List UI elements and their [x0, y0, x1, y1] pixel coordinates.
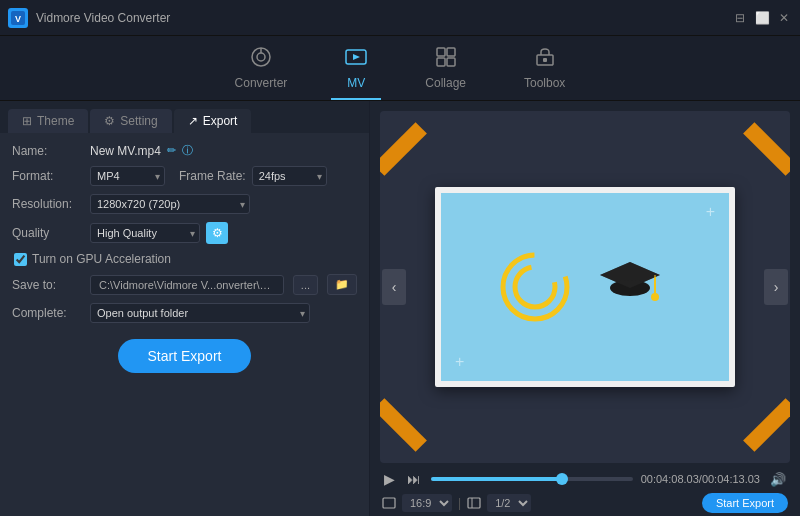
save-to-label: Save to: [12, 278, 84, 292]
export-icon: ↗ [188, 114, 198, 128]
close-button[interactable]: ✕ [776, 10, 792, 26]
edit-icon[interactable]: ✏ [167, 144, 176, 157]
resolution-select-wrapper: 1280x720 (720p) 1920x1080 (1080p) [90, 194, 250, 214]
right-panel: ‹ + + [370, 101, 800, 516]
page-icon [467, 496, 481, 510]
page-select[interactable]: 1/2 2/2 [487, 494, 531, 512]
sub-tabs: ⊞ Theme ⚙ Setting ↗ Export [0, 101, 369, 133]
top-navigation: Converter MV Collage [0, 36, 800, 101]
preview-area: ‹ + + [380, 111, 790, 463]
progress-fill [431, 477, 562, 481]
left-panel: ⊞ Theme ⚙ Setting ↗ Export Name: New MV.… [0, 101, 370, 516]
plus-icon-bl: + [455, 353, 464, 371]
format-label: Format: [12, 169, 84, 183]
preview-frame: + + [435, 187, 735, 387]
converter-icon [250, 46, 272, 73]
browse-button[interactable]: ... [293, 275, 318, 295]
complete-select[interactable]: Open output folder Do nothing Shut down [90, 303, 310, 323]
svg-marker-18 [600, 262, 660, 288]
player-controls: ▶ ⏭ 00:04:08.03/00:04:13.03 🔊 [380, 469, 790, 489]
svg-rect-11 [543, 58, 547, 62]
quality-label: Quality [12, 226, 84, 240]
preview-grad-cap [590, 247, 670, 327]
tape-decoration-tr [743, 122, 790, 176]
minimize-button[interactable]: ⊟ [732, 10, 748, 26]
quality-select[interactable]: High Quality Medium Quality [90, 223, 200, 243]
svg-rect-9 [447, 58, 455, 66]
svg-rect-7 [447, 48, 455, 56]
sub-tab-setting[interactable]: ⚙ Setting [90, 109, 171, 133]
open-folder-button[interactable]: 📁 [327, 274, 357, 295]
complete-select-wrapper: Open output folder Do nothing Shut down [90, 303, 310, 323]
tape-decoration-br [743, 398, 790, 452]
complete-row: Complete: Open output folder Do nothing … [12, 303, 357, 323]
save-to-row: Save to: C:\Vidmore\Vidmore V...onverter… [12, 274, 357, 295]
frame-rate-label: Frame Rate: [179, 169, 246, 183]
aspect-ratio-icon [382, 496, 396, 510]
export-label: Export [203, 114, 238, 128]
start-export-preview-button[interactable]: Start Export [702, 493, 788, 513]
quality-row: Quality High Quality Medium Quality ⚙ [12, 222, 357, 244]
player-controls-secondary: 16:9 4:3 1:1 | 1/2 2/2 Start Export [380, 493, 790, 513]
quality-settings-button[interactable]: ⚙ [206, 222, 228, 244]
next-frame-button[interactable]: › [764, 269, 788, 305]
sub-tab-theme[interactable]: ⊞ Theme [8, 109, 88, 133]
collage-icon [435, 46, 457, 73]
frame-rate-select[interactable]: 24fps 30fps 60fps [252, 166, 327, 186]
aspect-ratio-select[interactable]: 16:9 4:3 1:1 [402, 494, 452, 512]
svg-rect-6 [437, 48, 445, 56]
progress-bar[interactable] [431, 477, 633, 481]
svg-rect-20 [468, 498, 480, 508]
mv-label: MV [347, 76, 365, 90]
format-row: Format: MP4 MOV AVI Frame Rate: 24fps 30… [12, 166, 357, 186]
save-path-display: C:\Vidmore\Vidmore V...onverter\MV Expor… [90, 275, 284, 295]
collage-label: Collage [425, 76, 466, 90]
tab-converter[interactable]: Converter [221, 42, 302, 100]
format-select[interactable]: MP4 MOV AVI [90, 166, 165, 186]
mv-icon [345, 46, 367, 73]
name-label: Name: [12, 144, 84, 158]
plus-icon-tr: + [706, 203, 715, 221]
converter-label: Converter [235, 76, 288, 90]
restore-button[interactable]: ⬜ [754, 10, 770, 26]
sub-tab-export[interactable]: ↗ Export [174, 109, 252, 133]
tape-decoration-bl [380, 398, 427, 452]
tab-collage[interactable]: Collage [411, 42, 480, 100]
resolution-select[interactable]: 1280x720 (720p) 1920x1080 (1080p) [90, 194, 250, 214]
info-icon[interactable]: ⓘ [182, 143, 193, 158]
svg-rect-8 [437, 58, 445, 66]
toolbox-label: Toolbox [524, 76, 565, 90]
svg-rect-19 [383, 498, 395, 508]
svg-point-3 [257, 53, 265, 61]
gpu-checkbox[interactable] [14, 253, 27, 266]
tab-mv[interactable]: MV [331, 42, 381, 100]
setting-icon: ⚙ [104, 114, 115, 128]
main-content: ⊞ Theme ⚙ Setting ↗ Export Name: New MV.… [0, 101, 800, 516]
play-button[interactable]: ▶ [382, 469, 397, 489]
svg-point-17 [651, 293, 659, 301]
theme-icon: ⊞ [22, 114, 32, 128]
format-select-wrapper: MP4 MOV AVI [90, 166, 165, 186]
app-logo: V [8, 8, 28, 28]
preview-logo [500, 252, 570, 322]
name-row: Name: New MV.mp4 ✏ ⓘ [12, 143, 357, 158]
time-display: 00:04:08.03/00:04:13.03 [641, 473, 760, 485]
start-export-button[interactable]: Start Export [118, 339, 252, 373]
complete-label: Complete: [12, 306, 84, 320]
svg-point-13 [515, 267, 555, 307]
window-controls: ⊟ ⬜ ✕ [732, 10, 792, 26]
theme-label: Theme [37, 114, 74, 128]
quality-select-wrapper: High Quality Medium Quality [90, 223, 200, 243]
frame-rate-select-wrapper: 24fps 30fps 60fps [252, 166, 327, 186]
progress-thumb [556, 473, 568, 485]
resolution-label: Resolution: [12, 197, 84, 211]
gpu-label[interactable]: Turn on GPU Acceleration [32, 252, 171, 266]
preview-content [500, 247, 670, 327]
volume-button[interactable]: 🔊 [768, 470, 788, 489]
svg-text:V: V [15, 14, 21, 24]
prev-frame-button[interactable]: ‹ [382, 269, 406, 305]
tab-toolbox[interactable]: Toolbox [510, 42, 579, 100]
app-title: Vidmore Video Converter [36, 11, 732, 25]
next-clip-button[interactable]: ⏭ [405, 469, 423, 489]
resolution-row: Resolution: 1280x720 (720p) 1920x1080 (1… [12, 194, 357, 214]
